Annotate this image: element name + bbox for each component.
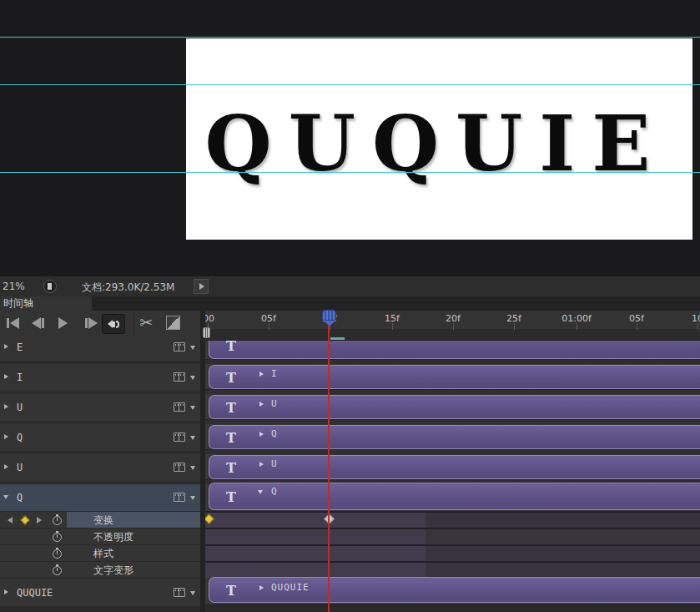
previous-frame-button[interactable] [32, 317, 44, 329]
keyframe-track-opacity[interactable] [205, 528, 700, 544]
chevron-down-icon [190, 346, 195, 350]
expand-collapsed-icon[interactable] [259, 402, 264, 407]
next-frame-button[interactable] [85, 317, 98, 329]
expand-collapsed-icon[interactable] [4, 374, 8, 379]
keyframe-track-transform[interactable] [205, 511, 700, 528]
zoom-level-field[interactable]: 21% [3, 281, 25, 292]
layer-name: I [17, 372, 23, 383]
stopwatch-icon[interactable] [53, 549, 62, 559]
play-button[interactable] [58, 317, 68, 329]
frame-ruler[interactable]: 00 05f 10f 15f 20f 25f 01:00f 05f 10 [205, 311, 700, 330]
stopwatch-icon[interactable] [53, 533, 62, 542]
property-row-style[interactable]: 样式 [0, 544, 200, 561]
expand-collapsed-icon[interactable] [4, 464, 8, 469]
canvas-text-layer[interactable]: QUQUIE [186, 105, 686, 182]
expand-expanded-icon[interactable] [258, 490, 263, 494]
previous-frame-icon [32, 317, 41, 329]
expand-expanded-icon[interactable] [3, 495, 8, 499]
expand-collapsed-icon[interactable] [4, 404, 8, 409]
layer-row-q1[interactable]: Q [0, 424, 200, 451]
playhead-line[interactable] [328, 323, 330, 612]
track-bar-u1[interactable]: T U [209, 395, 700, 419]
track-label: I [271, 368, 278, 379]
layer-name: E [17, 341, 23, 353]
property-highlight [67, 512, 200, 528]
track-label: U [271, 458, 278, 469]
layer-row-q-selected[interactable]: Q [0, 484, 200, 511]
text-layer-icon: T [226, 429, 236, 445]
track-bar-ququie[interactable]: T QUQUIE [209, 577, 700, 603]
expand-collapsed-icon[interactable] [4, 589, 8, 594]
document-size-info: 文档:293.0K/2.53M [82, 281, 174, 295]
property-row-opacity[interactable]: 不透明度 [0, 528, 200, 544]
chevron-down-icon [190, 436, 195, 440]
audio-mute-button[interactable] [102, 314, 125, 334]
filmstrip-icon[interactable] [174, 342, 185, 352]
layer-name: U [17, 402, 23, 413]
expand-collapsed-icon[interactable] [259, 372, 264, 377]
layer-name: Q [17, 492, 23, 503]
expand-collapsed-icon[interactable] [4, 434, 8, 439]
track-label: U [271, 398, 278, 409]
guide-line-baseline[interactable] [0, 172, 700, 173]
filmstrip-icon[interactable] [174, 432, 185, 442]
track-area-bottom-strip [205, 604, 700, 612]
track-bar-u2[interactable]: T U [209, 455, 700, 479]
property-label: 变换 [93, 513, 113, 528]
expand-collapsed-icon[interactable] [259, 462, 264, 467]
track-bar-q-selected[interactable]: T Q [209, 483, 700, 510]
next-keyframe-icon[interactable] [37, 517, 42, 523]
status-options-button[interactable] [194, 279, 209, 294]
expand-collapsed-icon[interactable] [259, 585, 264, 590]
property-label: 文字变形 [93, 564, 133, 578]
filmstrip-icon[interactable] [174, 463, 185, 472]
layer-row-u1[interactable]: U [0, 394, 200, 421]
keyframe-track-style[interactable] [205, 544, 700, 561]
previous-keyframe-icon[interactable] [8, 517, 13, 523]
text-layer-icon: T [226, 399, 236, 415]
guide-line-capline[interactable] [0, 84, 700, 85]
property-row-text-warp[interactable]: 文字变形 [0, 561, 200, 578]
document-canvas[interactable]: QUQUIE [186, 38, 692, 240]
keyframe-track-text-warp[interactable] [205, 561, 700, 578]
first-frame-icon [10, 317, 19, 329]
layer-row-i[interactable]: I [0, 364, 200, 391]
timeline-panel: 时间轴 ✂ E I [0, 296, 700, 612]
chevron-down-icon [190, 496, 195, 500]
guide-line-top[interactable] [0, 37, 700, 38]
timeline-track-area: 00 05f 10f 15f 20f 25f 01:00f 05f 10 T [205, 311, 700, 612]
layer-name: U [17, 462, 23, 473]
text-layer-icon: T [226, 582, 236, 598]
expand-collapsed-icon[interactable] [259, 432, 264, 437]
track-label: Q [271, 486, 278, 497]
add-keyframe-diamond-icon[interactable] [20, 515, 29, 524]
filmstrip-icon[interactable] [174, 372, 185, 382]
work-area-strip[interactable] [205, 330, 700, 341]
tab-timeline[interactable]: 时间轴 [0, 296, 92, 311]
filmstrip-icon[interactable] [174, 588, 185, 597]
property-row-transform[interactable]: 变换 [0, 511, 200, 528]
track-bar-i[interactable]: T I [209, 365, 700, 389]
expand-collapsed-icon[interactable] [4, 344, 8, 349]
layer-row-e[interactable]: E [0, 334, 200, 361]
canvas-pasteboard: QUQUIE [0, 0, 700, 276]
filmstrip-icon[interactable] [174, 402, 185, 412]
first-frame-button[interactable] [7, 317, 19, 329]
layer-row-ququie[interactable]: QUQUIE [0, 579, 200, 606]
track-bar-q1[interactable]: T Q [209, 425, 700, 449]
stopwatch-icon[interactable] [53, 516, 62, 525]
filmstrip-icon[interactable] [174, 493, 185, 502]
playhead-marker[interactable] [322, 310, 336, 326]
play-icon [58, 317, 68, 329]
right-arrow-icon [199, 283, 204, 290]
stopwatch-icon[interactable] [53, 566, 62, 575]
layer-row-u2[interactable]: U [0, 454, 200, 481]
panel-track-divider [200, 311, 205, 612]
work-area-start-handle[interactable] [203, 327, 210, 338]
split-clip-button[interactable]: ✂ [139, 313, 153, 331]
track-label: QUQUIE [271, 582, 310, 593]
page-glyph [48, 283, 52, 290]
track-label: Q [271, 428, 278, 439]
property-label: 不透明度 [93, 530, 133, 544]
transition-button[interactable] [166, 316, 180, 330]
